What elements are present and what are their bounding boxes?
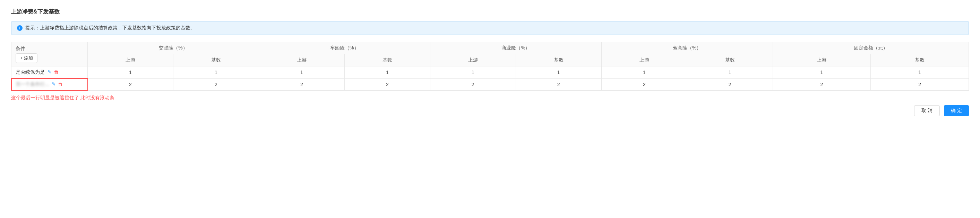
condition-cell-0: 是否续保为是✎🗑 [11, 66, 88, 79]
col-group-fixed: 固定金额（元） [773, 42, 969, 54]
sub-header-shangyexian-shangyou: 上游 [430, 54, 515, 66]
value-cell-0-2: 1 [259, 66, 344, 79]
col-group-shangyexian: 商业险（%） [430, 42, 601, 54]
sub-header-fixed-shangyou: 上游 [773, 54, 871, 66]
action-icons-1: ✎🗑 [52, 81, 63, 87]
main-table: 条件 + 添加 交强险（%） 车船险（%） 商业险（%） 驾意险（%） 固定金额… [11, 42, 969, 91]
value-cell-0-5: 1 [515, 66, 601, 79]
value-cell-0-4: 1 [430, 66, 515, 79]
sub-header-shangyexian-jishu: 基数 [515, 54, 601, 66]
sub-header-jiayi-jishu: 基数 [687, 54, 773, 66]
value-cell-1-6: 2 [601, 79, 687, 91]
value-cell-1-3: 2 [344, 79, 430, 91]
value-cell-0-6: 1 [601, 66, 687, 79]
table-header-row-2: 上游 基数 上游 基数 上游 基数 上游 基数 上游 基数 [11, 54, 969, 66]
table-row: 是否续保为是✎🗑1111111111 [11, 66, 969, 79]
bottom-note: 这个最后一行明显是被遮挡住了 此时没有滚动条 [11, 95, 969, 101]
value-cell-1-7: 2 [687, 79, 773, 91]
confirm-button[interactable]: 确 定 [944, 105, 969, 116]
value-cell-1-4: 2 [430, 79, 515, 91]
value-cell-1-2: 2 [259, 79, 344, 91]
value-cell-1-5: 2 [515, 79, 601, 91]
condition-label: 条件 [16, 46, 83, 52]
condition-text-0: 是否续保为是 [16, 69, 45, 75]
info-text: 提示：上游净费指上游除税点后的结算政策，下发基数指向下投放政策的基数。 [25, 25, 195, 31]
value-cell-1-1: 2 [173, 79, 259, 91]
col-group-chechuan: 车船险（%） [259, 42, 430, 54]
cancel-button[interactable]: 取 消 [914, 105, 940, 116]
col-group-jiaoqiang: 交强险（%） [88, 42, 259, 54]
condition-cell-1: 另一个条件行...✎🗑 [11, 79, 88, 91]
condition-header: 条件 + 添加 [11, 42, 88, 66]
table-container: 条件 + 添加 交强险（%） 车船险（%） 商业险（%） 驾意险（%） 固定金额… [11, 42, 969, 91]
edit-icon[interactable]: ✎ [48, 69, 52, 75]
value-cell-0-7: 1 [687, 66, 773, 79]
table-row: 另一个条件行...✎🗑2222222222 [11, 79, 969, 91]
value-cell-0-8: 1 [773, 66, 871, 79]
page-title: 上游净费&下发基数 [11, 8, 969, 16]
value-cell-0-9: 1 [871, 66, 969, 79]
sub-header-chechuan-shangyou: 上游 [259, 54, 344, 66]
col-group-jiayi: 驾意险（%） [601, 42, 773, 54]
sub-header-jiaoqiang-shangyou: 上游 [88, 54, 173, 66]
value-cell-1-0: 2 [88, 79, 173, 91]
value-cell-0-3: 1 [344, 66, 430, 79]
sub-header-chechuan-jishu: 基数 [344, 54, 430, 66]
edit-icon[interactable]: ✎ [52, 81, 56, 87]
footer-buttons: 取 消 确 定 [11, 105, 969, 116]
action-icons-0: ✎🗑 [48, 69, 59, 75]
table-header-row-1: 条件 + 添加 交强险（%） 车船险（%） 商业险（%） 驾意险（%） 固定金额… [11, 42, 969, 54]
sub-header-fixed-jishu: 基数 [871, 54, 969, 66]
value-cell-1-8: 2 [773, 79, 871, 91]
value-cell-1-9: 2 [871, 79, 969, 91]
info-icon: i [17, 25, 22, 31]
info-banner: i 提示：上游净费指上游除税点后的结算政策，下发基数指向下投放政策的基数。 [11, 21, 969, 35]
add-button[interactable]: + 添加 [16, 53, 37, 63]
value-cell-0-1: 1 [173, 66, 259, 79]
delete-icon[interactable]: 🗑 [58, 81, 63, 87]
sub-header-jiayi-shangyou: 上游 [601, 54, 687, 66]
delete-icon[interactable]: 🗑 [54, 69, 59, 75]
value-cell-0-0: 1 [88, 66, 173, 79]
sub-header-jiaoqiang-jishu: 基数 [173, 54, 259, 66]
